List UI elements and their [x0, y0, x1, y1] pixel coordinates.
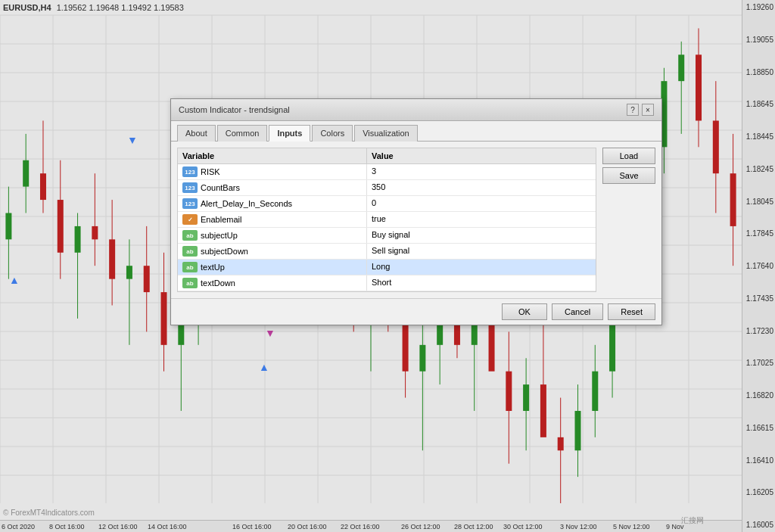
- type-badge: ab: [182, 246, 198, 257]
- tab-common[interactable]: Common: [217, 125, 268, 142]
- variable-value: 0: [367, 196, 596, 211]
- close-button[interactable]: ×: [642, 104, 654, 116]
- table-row[interactable]: absubjectDownSell signal: [178, 244, 596, 260]
- help-button[interactable]: ?: [627, 104, 639, 116]
- variable-name: subjectDown: [201, 247, 248, 256]
- dialog-controls: ? ×: [627, 104, 654, 116]
- table-row[interactable]: abtextDownShort: [178, 275, 596, 291]
- table-rows: 123RISK3123CountBars350123Alert_Delay_In…: [178, 164, 596, 291]
- ok-button[interactable]: OK: [502, 303, 547, 320]
- type-badge: ab: [182, 278, 198, 288]
- table-row[interactable]: 123RISK3: [178, 164, 596, 180]
- type-badge: ✓: [182, 214, 198, 225]
- tab-colors[interactable]: Colors: [312, 125, 353, 142]
- variable-value: Short: [367, 275, 596, 291]
- dialog-title: Custom Indicator - trendsignal: [179, 105, 290, 114]
- load-button[interactable]: Load: [602, 148, 655, 164]
- dialog-right-buttons: Load Save: [602, 148, 655, 292]
- indicator-dialog: Custom Indicator - trendsignal ? × About…: [170, 98, 662, 325]
- dialog-footer: OK Cancel Reset: [171, 298, 661, 325]
- inputs-table: Variable Value 123RISK3123CountBars35012…: [177, 148, 596, 292]
- dialog-tabs: AboutCommonInputsColorsVisualization: [171, 121, 661, 142]
- type-badge: ab: [182, 230, 198, 241]
- col-value-header: Value: [367, 148, 596, 163]
- variable-value: Buy signal: [367, 228, 596, 243]
- variable-name: CountBars: [201, 183, 240, 192]
- table-row[interactable]: 123CountBars350: [178, 180, 596, 196]
- type-badge: ab: [182, 262, 198, 272]
- variable-name: textUp: [201, 263, 225, 272]
- variable-value: true: [367, 212, 596, 227]
- variable-value: Long: [367, 260, 596, 275]
- type-badge: 123: [182, 198, 198, 209]
- tab-inputs[interactable]: Inputs: [269, 125, 310, 142]
- table-row[interactable]: abtextUpLong: [178, 260, 596, 275]
- tab-about[interactable]: About: [177, 125, 216, 142]
- cancel-button[interactable]: Cancel: [552, 303, 603, 320]
- type-badge: 123: [182, 182, 198, 193]
- variable-name: textDown: [201, 278, 235, 288]
- table-row[interactable]: ✓Enablemailtrue: [178, 212, 596, 228]
- tab-visualization[interactable]: Visualization: [354, 125, 418, 142]
- variable-name: RISK: [201, 167, 220, 176]
- variable-value: 350: [367, 180, 596, 195]
- col-variable-header: Variable: [178, 148, 367, 163]
- type-badge: 123: [182, 166, 198, 177]
- variable-value: 3: [367, 164, 596, 179]
- table-header: Variable Value: [178, 148, 596, 164]
- table-row[interactable]: absubjectUpBuy signal: [178, 228, 596, 244]
- variable-name: Alert_Delay_In_Seconds: [201, 199, 292, 208]
- variable-name: subjectUp: [201, 231, 238, 240]
- variable-value: Sell signal: [367, 244, 596, 259]
- dialog-titlebar: Custom Indicator - trendsignal ? ×: [171, 99, 661, 121]
- variable-name: Enablemail: [201, 215, 241, 224]
- reset-button[interactable]: Reset: [608, 303, 655, 320]
- save-button[interactable]: Save: [602, 167, 655, 184]
- dialog-body: Variable Value 123RISK3123CountBars35012…: [171, 142, 661, 298]
- table-row[interactable]: 123Alert_Delay_In_Seconds0: [178, 196, 596, 212]
